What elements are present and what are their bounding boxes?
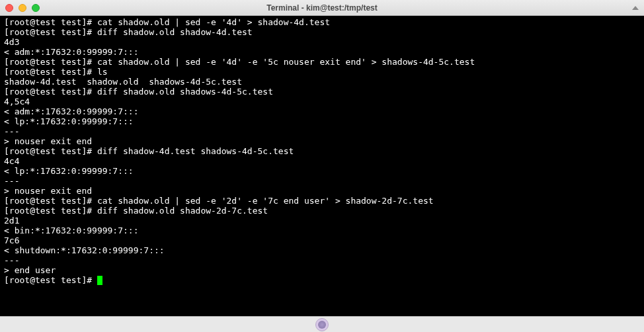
window-title: Terminal - kim@test:/tmp/test	[0, 3, 644, 13]
app-icon[interactable]	[315, 318, 329, 331]
titlebar: Terminal - kim@test:/tmp/test	[0, 0, 644, 16]
titlebar-right	[632, 6, 644, 10]
minimize-button[interactable]	[19, 4, 26, 12]
taskbar	[0, 316, 644, 332]
up-arrow-icon[interactable]	[632, 6, 639, 10]
close-button[interactable]	[5, 4, 13, 12]
app-icon-inner	[318, 321, 326, 329]
terminal-content: [root@test test]# cat shadow.old | sed -…	[4, 17, 475, 275]
cursor	[97, 276, 102, 285]
terminal-prompt: [root@test test]#	[4, 275, 97, 285]
window-controls	[0, 4, 40, 12]
maximize-button[interactable]	[32, 4, 40, 12]
terminal-area[interactable]: [root@test test]# cat shadow.old | sed -…	[0, 16, 644, 316]
